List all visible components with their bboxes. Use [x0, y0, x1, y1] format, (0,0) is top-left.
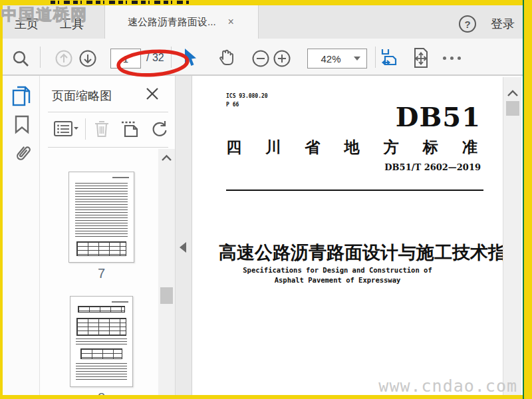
fit-width-icon[interactable]	[380, 48, 399, 66]
document-tab-label: 速公路沥青路面设...	[128, 16, 216, 29]
zoom-level-value: 42%	[308, 53, 354, 65]
toolbar-divider	[375, 47, 376, 68]
login-button[interactable]: 登录	[487, 15, 519, 33]
thumbnails-list: 7 8	[40, 149, 158, 395]
horizontal-rule	[226, 190, 483, 191]
main-toolbar: / 32 42%	[3, 39, 523, 76]
document-title-cn: 高速公路沥青路面设计与施工技术指南	[219, 241, 485, 265]
thumbnail-page-number: 7	[68, 266, 134, 281]
document-scrollbar[interactable]	[503, 77, 521, 395]
hand-tool-icon[interactable]	[215, 47, 238, 70]
ics-code: ICS 93.080.20P 66	[226, 92, 268, 109]
panel-divider	[48, 112, 168, 112]
thumbnails-toolbar	[40, 114, 175, 145]
watermark-top-left: 中国道桥网	[1, 4, 88, 25]
pdf-reader-window: 主页 工具 速公路沥青路面设... × ? 登录 / 32	[0, 0, 532, 399]
panel-divider	[48, 147, 168, 148]
standard-name: 四 川 省 地 方 标 准	[226, 137, 477, 158]
thumbnail-page-number: 8	[70, 390, 133, 395]
thumbnail-art	[78, 306, 125, 313]
chevron-down-icon	[354, 57, 360, 61]
attachments-icon[interactable]	[11, 142, 33, 165]
scrollbar-thumb[interactable]	[506, 101, 519, 116]
toolbar-divider	[171, 47, 172, 68]
page-thumbnail[interactable]	[68, 172, 134, 263]
watermark-bottom-right: www.cndao.com	[378, 376, 517, 396]
scroll-up-icon[interactable]	[507, 89, 519, 98]
page-count-label: / 32	[146, 52, 164, 64]
page-thumbnail[interactable]	[70, 296, 133, 387]
panel-title: 页面缩略图	[52, 88, 112, 104]
page-number-input[interactable]	[110, 49, 141, 68]
panel-splitter[interactable]	[175, 76, 192, 395]
zoom-level-select[interactable]: 42%	[307, 49, 367, 68]
thumbnails-panel: 页面缩略图 7	[40, 76, 175, 395]
panel-close-icon[interactable]	[145, 86, 160, 101]
thumbnail-art	[76, 318, 126, 336]
navigation-pane-strip	[3, 76, 40, 395]
document-title-en-2: Asphalt Pavement of Expressway	[192, 276, 483, 284]
help-icon: ?	[464, 19, 470, 30]
select-tool-icon[interactable]	[182, 48, 200, 68]
thumbnail-art	[112, 301, 128, 303]
document-view[interactable]: ICS 93.080.20P 66 DB51 四 川 省 地 方 标 准 DB5…	[192, 76, 503, 395]
frame-border-right	[524, 0, 532, 399]
page-thumbnails-icon[interactable]	[11, 85, 33, 108]
standard-number: DB51/T 2602—2019	[384, 162, 481, 172]
scroll-up-icon[interactable]	[161, 154, 172, 162]
thumbnail-art	[76, 241, 127, 256]
zoom-out-button[interactable]	[251, 49, 270, 68]
frame-border-bottom	[0, 395, 532, 399]
thumbnail-art	[76, 338, 126, 346]
rotate-pages-icon[interactable]	[150, 119, 170, 139]
next-page-button[interactable]	[78, 49, 97, 68]
thumbnails-scrollbar[interactable]	[158, 149, 175, 395]
zoom-in-button[interactable]	[273, 49, 291, 68]
help-button[interactable]: ?	[459, 15, 476, 33]
standard-mark: DB51	[396, 101, 481, 132]
thumbnail-art	[80, 348, 122, 359]
thumbnail-options-icon[interactable]	[53, 120, 78, 138]
previous-page-button[interactable]	[55, 49, 73, 68]
search-icon[interactable]	[11, 49, 31, 68]
extract-pages-icon[interactable]	[120, 120, 141, 138]
more-tools-icon[interactable]	[443, 57, 461, 60]
pdf-page: ICS 93.080.20P 66 DB51 四 川 省 地 方 标 准 DB5…	[192, 76, 503, 395]
document-title-en-1: Specifications for Design and Constructi…	[192, 266, 483, 274]
thumbnail-art	[76, 363, 126, 381]
thumbnail-art	[112, 177, 129, 178]
scrollbar-thumb[interactable]	[160, 287, 173, 304]
fit-page-icon[interactable]	[411, 47, 431, 68]
frame-border-left	[0, 0, 3, 399]
tab-close-icon[interactable]: ×	[227, 17, 235, 27]
toolbar-divider	[40, 47, 41, 68]
thumbnail-art	[75, 183, 128, 237]
collapse-panel-icon[interactable]	[180, 242, 186, 253]
document-tab[interactable]: 速公路沥青路面设... ×	[104, 5, 259, 39]
delete-pages-icon[interactable]	[93, 120, 110, 138]
bookmarks-icon[interactable]	[13, 114, 31, 134]
panel-toolbar-divider	[85, 118, 86, 140]
